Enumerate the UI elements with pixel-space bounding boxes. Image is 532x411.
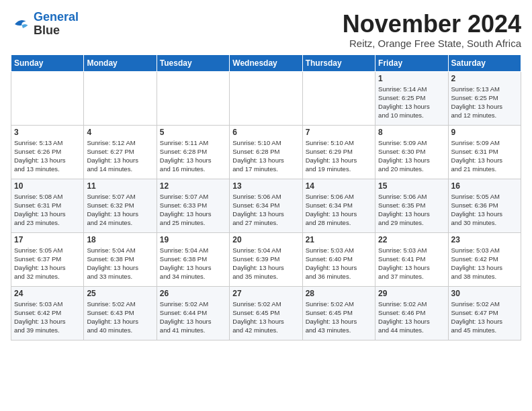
- calendar-cell: 25Sunrise: 5:02 AM Sunset: 6:43 PM Dayli…: [84, 286, 157, 340]
- calendar-cell: 21Sunrise: 5:03 AM Sunset: 6:40 PM Dayli…: [302, 232, 375, 286]
- calendar-cell: 24Sunrise: 5:03 AM Sunset: 6:42 PM Dayli…: [11, 286, 84, 340]
- weekday-header-wednesday: Wednesday: [230, 54, 302, 71]
- calendar-cell: 6Sunrise: 5:10 AM Sunset: 6:28 PM Daylig…: [230, 125, 302, 179]
- calendar-cell: 20Sunrise: 5:04 AM Sunset: 6:39 PM Dayli…: [230, 232, 302, 286]
- calendar-cell: 28Sunrise: 5:02 AM Sunset: 6:45 PM Dayli…: [302, 286, 375, 340]
- day-number: 8: [378, 128, 445, 137]
- calendar-cell: 19Sunrise: 5:04 AM Sunset: 6:38 PM Dayli…: [157, 232, 229, 286]
- day-info: Sunrise: 5:09 AM Sunset: 6:31 PM Dayligh…: [451, 138, 518, 174]
- day-number: 1: [378, 74, 445, 83]
- day-number: 29: [378, 289, 445, 298]
- calendar-cell: 1Sunrise: 5:14 AM Sunset: 6:25 PM Daylig…: [375, 71, 448, 125]
- day-number: 7: [306, 128, 372, 137]
- calendar-cell: 17Sunrise: 5:05 AM Sunset: 6:37 PM Dayli…: [11, 232, 84, 286]
- day-number: 5: [160, 128, 226, 137]
- day-info: Sunrise: 5:09 AM Sunset: 6:30 PM Dayligh…: [378, 138, 445, 174]
- calendar-cell: [230, 71, 302, 125]
- calendar-cell: 13Sunrise: 5:06 AM Sunset: 6:34 PM Dayli…: [230, 179, 302, 232]
- weekday-header-friday: Friday: [375, 54, 448, 71]
- day-info: Sunrise: 5:07 AM Sunset: 6:32 PM Dayligh…: [87, 192, 153, 228]
- calendar-cell: 22Sunrise: 5:03 AM Sunset: 6:41 PM Dayli…: [375, 232, 448, 286]
- calendar-cell: 26Sunrise: 5:02 AM Sunset: 6:44 PM Dayli…: [157, 286, 229, 340]
- calendar-cell: [11, 71, 84, 125]
- day-number: 15: [378, 181, 445, 191]
- day-number: 16: [451, 181, 518, 191]
- month-title: November 2024: [343, 11, 521, 38]
- day-info: Sunrise: 5:08 AM Sunset: 6:31 PM Dayligh…: [14, 192, 81, 228]
- day-info: Sunrise: 5:06 AM Sunset: 6:34 PM Dayligh…: [232, 192, 299, 228]
- day-info: Sunrise: 5:04 AM Sunset: 6:38 PM Dayligh…: [87, 246, 153, 281]
- day-info: Sunrise: 5:14 AM Sunset: 6:25 PM Dayligh…: [378, 85, 445, 120]
- day-info: Sunrise: 5:03 AM Sunset: 6:42 PM Dayligh…: [14, 300, 81, 335]
- calendar-cell: [302, 71, 375, 125]
- calendar-week-4: 17Sunrise: 5:05 AM Sunset: 6:37 PM Dayli…: [11, 232, 521, 286]
- calendar-cell: 5Sunrise: 5:11 AM Sunset: 6:28 PM Daylig…: [157, 125, 229, 179]
- calendar-cell: [84, 71, 157, 125]
- day-number: 2: [451, 74, 518, 83]
- weekday-header-monday: Monday: [84, 54, 157, 71]
- day-number: 21: [306, 235, 372, 244]
- logo: General Blue: [11, 11, 79, 38]
- calendar-week-5: 24Sunrise: 5:03 AM Sunset: 6:42 PM Dayli…: [11, 286, 521, 340]
- logo-line1: General: [34, 10, 79, 24]
- day-info: Sunrise: 5:11 AM Sunset: 6:28 PM Dayligh…: [160, 138, 226, 174]
- calendar-cell: 4Sunrise: 5:12 AM Sunset: 6:27 PM Daylig…: [84, 125, 157, 179]
- day-number: 11: [87, 181, 153, 191]
- calendar-cell: 8Sunrise: 5:09 AM Sunset: 6:30 PM Daylig…: [375, 125, 448, 179]
- weekday-header-sunday: Sunday: [11, 54, 84, 71]
- calendar-week-1: 1Sunrise: 5:14 AM Sunset: 6:25 PM Daylig…: [11, 71, 521, 125]
- day-number: 6: [232, 128, 299, 137]
- calendar-cell: 27Sunrise: 5:02 AM Sunset: 6:45 PM Dayli…: [230, 286, 302, 340]
- logo-line2: Blue: [34, 24, 79, 38]
- calendar-cell: [157, 71, 229, 125]
- day-number: 30: [451, 289, 518, 298]
- day-number: 9: [451, 128, 518, 137]
- day-info: Sunrise: 5:06 AM Sunset: 6:34 PM Dayligh…: [306, 192, 372, 228]
- calendar-cell: 9Sunrise: 5:09 AM Sunset: 6:31 PM Daylig…: [448, 125, 521, 179]
- day-number: 4: [87, 128, 153, 137]
- day-info: Sunrise: 5:12 AM Sunset: 6:27 PM Dayligh…: [87, 138, 153, 174]
- day-info: Sunrise: 5:05 AM Sunset: 6:37 PM Dayligh…: [14, 246, 81, 281]
- calendar-header: SundayMondayTuesdayWednesdayThursdayFrid…: [11, 54, 521, 71]
- day-info: Sunrise: 5:02 AM Sunset: 6:46 PM Dayligh…: [378, 300, 445, 335]
- calendar-cell: 30Sunrise: 5:02 AM Sunset: 6:47 PM Dayli…: [448, 286, 521, 340]
- logo-text: General Blue: [34, 11, 79, 38]
- calendar-week-2: 3Sunrise: 5:13 AM Sunset: 6:26 PM Daylig…: [11, 125, 521, 179]
- day-number: 13: [232, 181, 299, 191]
- calendar-cell: 11Sunrise: 5:07 AM Sunset: 6:32 PM Dayli…: [84, 179, 157, 232]
- day-info: Sunrise: 5:03 AM Sunset: 6:40 PM Dayligh…: [306, 246, 372, 281]
- day-info: Sunrise: 5:02 AM Sunset: 6:43 PM Dayligh…: [87, 300, 153, 335]
- day-info: Sunrise: 5:03 AM Sunset: 6:41 PM Dayligh…: [378, 246, 445, 281]
- calendar-cell: 23Sunrise: 5:03 AM Sunset: 6:42 PM Dayli…: [448, 232, 521, 286]
- day-number: 12: [160, 181, 226, 191]
- day-number: 17: [14, 235, 81, 244]
- day-number: 24: [14, 289, 81, 298]
- location-subtitle: Reitz, Orange Free State, South Africa: [343, 38, 521, 49]
- calendar-cell: 16Sunrise: 5:05 AM Sunset: 6:36 PM Dayli…: [448, 179, 521, 232]
- weekday-header-tuesday: Tuesday: [157, 54, 229, 71]
- calendar-cell: 14Sunrise: 5:06 AM Sunset: 6:34 PM Dayli…: [302, 179, 375, 232]
- page-header: General Blue November 2024 Reitz, Orange…: [11, 11, 521, 49]
- day-info: Sunrise: 5:04 AM Sunset: 6:38 PM Dayligh…: [160, 246, 226, 281]
- day-number: 19: [160, 235, 226, 244]
- weekday-header-saturday: Saturday: [448, 54, 521, 71]
- day-info: Sunrise: 5:10 AM Sunset: 6:28 PM Dayligh…: [232, 138, 299, 174]
- day-number: 22: [378, 235, 445, 244]
- day-info: Sunrise: 5:06 AM Sunset: 6:35 PM Dayligh…: [378, 192, 445, 228]
- day-info: Sunrise: 5:13 AM Sunset: 6:26 PM Dayligh…: [14, 138, 81, 174]
- day-number: 26: [160, 289, 226, 298]
- calendar-cell: 12Sunrise: 5:07 AM Sunset: 6:33 PM Dayli…: [157, 179, 229, 232]
- day-number: 20: [232, 235, 299, 244]
- calendar-cell: 29Sunrise: 5:02 AM Sunset: 6:46 PM Dayli…: [375, 286, 448, 340]
- calendar-cell: 10Sunrise: 5:08 AM Sunset: 6:31 PM Dayli…: [11, 179, 84, 232]
- day-number: 18: [87, 235, 153, 244]
- day-number: 23: [451, 235, 518, 244]
- day-info: Sunrise: 5:07 AM Sunset: 6:33 PM Dayligh…: [160, 192, 226, 228]
- day-info: Sunrise: 5:02 AM Sunset: 6:45 PM Dayligh…: [306, 300, 372, 335]
- logo-bird-icon: [11, 14, 31, 34]
- day-number: 3: [14, 128, 81, 137]
- day-number: 28: [306, 289, 372, 298]
- weekday-header-thursday: Thursday: [302, 54, 375, 71]
- calendar-week-3: 10Sunrise: 5:08 AM Sunset: 6:31 PM Dayli…: [11, 179, 521, 232]
- day-number: 27: [232, 289, 299, 298]
